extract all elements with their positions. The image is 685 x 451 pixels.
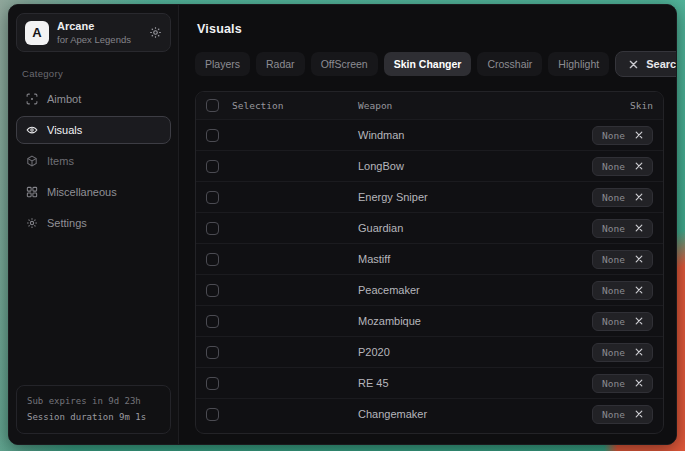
main-panel: Visuals Players Radar OffScreen Skin Cha… xyxy=(179,5,676,444)
weapon-name: LongBow xyxy=(358,160,592,172)
skin-selector[interactable]: None xyxy=(592,188,653,207)
skin-value: None xyxy=(602,378,625,389)
table-row: Changemaker None xyxy=(196,398,663,429)
skin-value: None xyxy=(602,192,625,203)
skin-value: None xyxy=(602,316,625,327)
skin-selector[interactable]: None xyxy=(592,281,653,300)
weapon-name: Peacemaker xyxy=(358,284,592,296)
sidebar-item-items[interactable]: Items xyxy=(16,147,171,175)
clear-skin-icon[interactable] xyxy=(635,410,643,418)
app-window: A Arcane for Apex Legends Category xyxy=(8,4,677,445)
sidebar-item-visuals[interactable]: Visuals xyxy=(16,116,171,144)
skin-selector[interactable]: None xyxy=(592,157,653,176)
skin-changer-table: Selection Weapon Skin Windman None LongB… xyxy=(195,91,664,434)
cube-icon xyxy=(26,155,38,167)
skin-value: None xyxy=(602,223,625,234)
clear-skin-icon[interactable] xyxy=(635,255,643,263)
sidebar: A Arcane for Apex Legends Category xyxy=(9,5,179,444)
app-logo: A xyxy=(25,21,49,45)
row-checkbox[interactable] xyxy=(206,160,219,173)
row-checkbox[interactable] xyxy=(206,284,219,297)
tab-highlight[interactable]: Highlight xyxy=(548,52,609,76)
tab-skin-changer[interactable]: Skin Changer xyxy=(384,52,472,76)
weapon-name: RE 45 xyxy=(358,377,592,389)
clear-skin-icon[interactable] xyxy=(635,317,643,325)
skin-selector[interactable]: None xyxy=(592,374,653,393)
skin-value: None xyxy=(602,130,625,141)
column-header-selection: Selection xyxy=(232,100,283,111)
weapon-name: Mozambique xyxy=(358,315,592,327)
table-row: LongBow None xyxy=(196,150,663,181)
tab-radar[interactable]: Radar xyxy=(256,52,305,76)
table-row: Windman None xyxy=(196,119,663,150)
tab-offscreen[interactable]: OffScreen xyxy=(311,52,378,76)
grid-icon xyxy=(26,186,38,198)
table-row: Mastiff None xyxy=(196,243,663,274)
gear-icon xyxy=(26,217,38,229)
column-header-skin: Skin xyxy=(630,100,653,111)
gear-icon[interactable] xyxy=(149,26,162,39)
skin-selector[interactable]: None xyxy=(592,405,653,424)
sub-expires-text: Sub expires in 9d 23h xyxy=(27,394,160,409)
table-row: Guardian None xyxy=(196,212,663,243)
row-checkbox[interactable] xyxy=(206,253,219,266)
skin-selector[interactable]: None xyxy=(592,219,653,238)
table-row: Energy Sniper None xyxy=(196,181,663,212)
page-title: Visuals xyxy=(197,22,664,36)
weapon-name: Guardian xyxy=(358,222,592,234)
search-button[interactable]: Search xyxy=(615,51,677,77)
skin-value: None xyxy=(602,254,625,265)
sidebar-item-settings[interactable]: Settings xyxy=(16,209,171,237)
weapon-name: Mastiff xyxy=(358,253,592,265)
x-icon xyxy=(629,60,638,69)
column-header-weapon: Weapon xyxy=(358,100,630,111)
table-row: P2020 None xyxy=(196,336,663,367)
app-subtitle: for Apex Legends xyxy=(57,34,131,45)
crosshair-icon xyxy=(26,93,38,105)
clear-skin-icon[interactable] xyxy=(635,193,643,201)
skin-value: None xyxy=(602,409,625,420)
table-header-row: Selection Weapon Skin xyxy=(196,92,663,119)
app-logo-card: A Arcane for Apex Legends xyxy=(16,13,171,52)
row-checkbox[interactable] xyxy=(206,222,219,235)
clear-skin-icon[interactable] xyxy=(635,162,643,170)
skin-value: None xyxy=(602,285,625,296)
clear-skin-icon[interactable] xyxy=(635,286,643,294)
weapon-name: Energy Sniper xyxy=(358,191,592,203)
clear-skin-icon[interactable] xyxy=(635,379,643,387)
row-checkbox[interactable] xyxy=(206,408,219,421)
sidebar-item-label: Settings xyxy=(47,217,87,229)
row-checkbox[interactable] xyxy=(206,315,219,328)
tab-crosshair[interactable]: Crosshair xyxy=(477,52,542,76)
skin-selector[interactable]: None xyxy=(592,126,653,145)
skin-value: None xyxy=(602,347,625,358)
app-name: Arcane xyxy=(57,20,131,32)
skin-value: None xyxy=(602,161,625,172)
clear-skin-icon[interactable] xyxy=(635,348,643,356)
weapon-name: Windman xyxy=(358,129,592,141)
tabs-bar: Players Radar OffScreen Skin Changer Cro… xyxy=(195,51,664,77)
search-button-label: Search xyxy=(646,58,677,70)
clear-skin-icon[interactable] xyxy=(635,224,643,232)
sidebar-item-label: Visuals xyxy=(47,124,82,136)
row-checkbox[interactable] xyxy=(206,129,219,142)
sidebar-item-aimbot[interactable]: Aimbot xyxy=(16,85,171,113)
select-all-checkbox[interactable] xyxy=(206,99,219,112)
skin-selector[interactable]: None xyxy=(592,312,653,331)
row-checkbox[interactable] xyxy=(206,346,219,359)
tab-players[interactable]: Players xyxy=(195,52,250,76)
table-row: RE 45 None xyxy=(196,367,663,398)
eye-scan-icon xyxy=(26,124,38,136)
row-checkbox[interactable] xyxy=(206,377,219,390)
weapon-name: Changemaker xyxy=(358,408,592,420)
app-logo-letter: A xyxy=(32,25,41,40)
skin-selector[interactable]: None xyxy=(592,250,653,269)
row-checkbox[interactable] xyxy=(206,191,219,204)
clear-skin-icon[interactable] xyxy=(635,131,643,139)
category-label: Category xyxy=(22,68,165,79)
table-row: Mozambique None xyxy=(196,305,663,336)
table-row: Peacemaker None xyxy=(196,274,663,305)
skin-selector[interactable]: None xyxy=(592,343,653,362)
weapon-name: P2020 xyxy=(358,346,592,358)
sidebar-item-miscellaneous[interactable]: Miscellaneous xyxy=(16,178,171,206)
